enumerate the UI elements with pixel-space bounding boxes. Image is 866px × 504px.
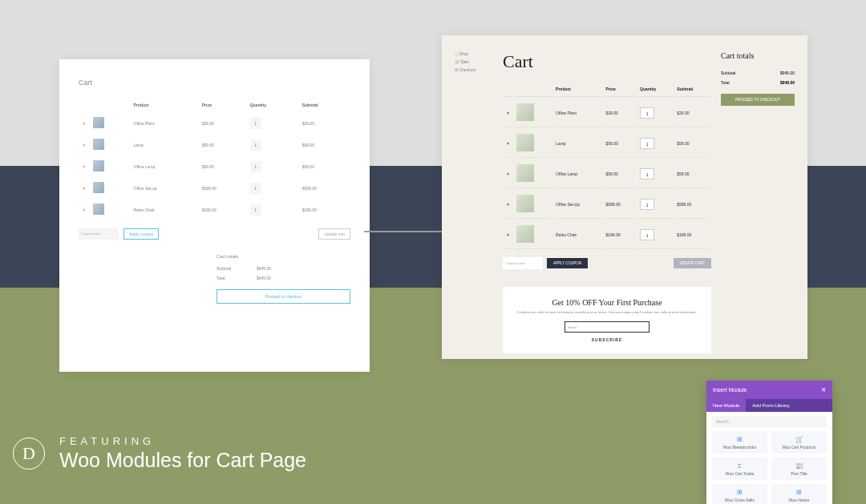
update-cart-button[interactable]: UPDATE CART	[674, 258, 711, 268]
product-name: Lamp	[553, 129, 601, 158]
module-icon: ⊞	[715, 489, 764, 496]
col-quantity: Quantity	[247, 98, 299, 112]
subscribe-button[interactable]: SUBSCRIBE	[514, 337, 700, 342]
product-name: Office Set-Up	[553, 190, 601, 219]
proceed-checkout-button[interactable]: Proceed to checkout	[216, 289, 350, 304]
subtotal: $29.00	[674, 99, 710, 127]
insert-module-dialog: Insert Module × New Module Add From Libr…	[706, 381, 832, 504]
table-row: ×Lamp$59.001$59.00	[504, 129, 710, 158]
apply-coupon-button[interactable]: APPLY COUPON	[547, 258, 588, 268]
totals-title: Cart totals	[216, 254, 350, 259]
apply-coupon-button[interactable]: Apply coupon	[123, 228, 159, 240]
col-price: Price	[199, 98, 247, 112]
tab-add-from-library[interactable]: Add From Library	[746, 399, 795, 412]
update-cart-button[interactable]: Update cart	[318, 228, 350, 240]
remove-button[interactable]: ×	[79, 199, 90, 220]
product-thumb	[516, 225, 534, 243]
breadcrumb: ◌ Shop 🛒 Cart ⊟ Checkout	[455, 51, 493, 351]
module-icon: ⊞	[775, 489, 824, 496]
totals-title: Cart totals	[721, 51, 795, 60]
quantity-input[interactable]: 1	[250, 118, 261, 129]
price: $199.00	[604, 220, 637, 249]
product-name: Office Lamp	[553, 159, 601, 188]
remove-button[interactable]: ×	[504, 220, 512, 249]
remove-button[interactable]: ×	[504, 159, 512, 188]
remove-button[interactable]: ×	[504, 190, 512, 219]
subtotal: $29.00	[299, 112, 350, 134]
quantity-input[interactable]: 1	[640, 138, 654, 149]
price: $599.00	[199, 177, 247, 199]
module-icon: 📰	[775, 462, 824, 470]
promo-section: Get 10% OFF Your First Purchase Curabitu…	[503, 287, 711, 353]
module-option[interactable]: ⊞Woo Cross Sells	[712, 484, 767, 504]
search-input[interactable]: Search...	[712, 416, 827, 427]
remove-button[interactable]: ×	[79, 177, 90, 199]
product-thumb	[516, 134, 534, 151]
product-name: Relax Chair	[553, 220, 601, 249]
col-price: Price	[604, 82, 637, 97]
module-icon: ⊞	[715, 436, 764, 443]
table-row: ×Lamp$59.001$59.00	[79, 134, 350, 155]
product-thumb	[93, 117, 104, 128]
module-option[interactable]: ⊞Woo Notice	[771, 484, 827, 504]
col-subtotal: Subtotal	[299, 98, 350, 112]
quantity-input[interactable]: 1	[640, 107, 654, 119]
module-option[interactable]: 📰Post Title	[771, 458, 827, 480]
table-row: ×Office Plant$29.001$29.00	[79, 112, 350, 134]
table-row: ×Office Plant$29.001$29.00	[504, 99, 710, 127]
coupon-input[interactable]: Coupon code	[503, 257, 543, 269]
remove-button[interactable]: ×	[79, 112, 90, 134]
subtotal: $199.00	[299, 199, 350, 220]
module-option[interactable]: ΣWoo Cart Totals	[712, 458, 767, 480]
subtotal: $59.00	[674, 129, 710, 158]
coupon-input[interactable]: Coupon code	[79, 228, 119, 240]
subtotal: $59.00	[299, 155, 350, 177]
product-thumb	[516, 164, 534, 182]
table-row: ×Relax Chair$199.001$199.00	[504, 220, 710, 249]
email-input[interactable]: Email	[565, 321, 650, 333]
product-name: Office Lamp	[131, 155, 199, 177]
module-option[interactable]: 🛒Woo Cart Products	[771, 431, 827, 454]
subtotal: $59.00	[299, 134, 350, 155]
table-row: ×Office Set-Up$599.001$599.00	[504, 190, 710, 219]
subtotal: $59.00	[674, 159, 710, 188]
remove-button[interactable]: ×	[504, 99, 512, 127]
product-name: Office Set-up	[131, 177, 199, 199]
close-icon[interactable]: ×	[821, 385, 826, 394]
product-name: Relax Chair	[131, 199, 199, 220]
quantity-input[interactable]: 1	[250, 139, 261, 151]
proceed-checkout-button[interactable]: PROCEED TO CHECKOUT	[721, 94, 795, 106]
table-row: ×Office Lamp$59.001$59.00	[79, 155, 350, 177]
tab-new-module[interactable]: New Module	[706, 399, 746, 412]
modal-title: Insert Module	[713, 387, 747, 393]
quantity-input[interactable]: 1	[640, 199, 654, 210]
quantity-input[interactable]: 1	[640, 229, 654, 240]
product-name: Office Plant	[131, 112, 199, 134]
featuring-label: FEATURING	[59, 435, 306, 447]
price: $59.00	[199, 155, 247, 177]
arrow-icon	[364, 231, 452, 232]
subtotal: $599.00	[674, 190, 710, 219]
promo-desc: Curabitur non nulla sit amet nisl tempus…	[514, 310, 700, 315]
product-thumb	[93, 204, 104, 215]
page-title: Woo Modules for Cart Page	[59, 449, 306, 472]
table-row: ×Office Set-up$599.001$599.00	[79, 177, 350, 199]
remove-button[interactable]: ×	[79, 134, 90, 155]
quantity-input[interactable]: 1	[640, 168, 654, 179]
after-cart-panel: ◌ Shop 🛒 Cart ⊟ Checkout Cart Product Pr…	[442, 35, 807, 359]
product-thumb	[93, 160, 104, 171]
product-thumb	[516, 195, 534, 212]
quantity-input[interactable]: 1	[250, 183, 261, 194]
quantity-input[interactable]: 1	[250, 204, 261, 216]
promo-title: Get 10% OFF Your First Purchase	[514, 298, 700, 307]
price: $29.00	[199, 112, 247, 134]
table-row: ×Office Lamp$59.001$59.00	[504, 159, 710, 188]
price: $29.00	[604, 99, 637, 127]
remove-button[interactable]: ×	[79, 155, 90, 177]
price: $59.00	[604, 129, 637, 158]
cart-title: Cart	[503, 51, 711, 72]
col-product: Product	[131, 98, 199, 112]
quantity-input[interactable]: 1	[250, 161, 261, 172]
remove-button[interactable]: ×	[504, 129, 512, 158]
module-option[interactable]: ⊞Woo Breadcrumbs	[712, 431, 767, 454]
